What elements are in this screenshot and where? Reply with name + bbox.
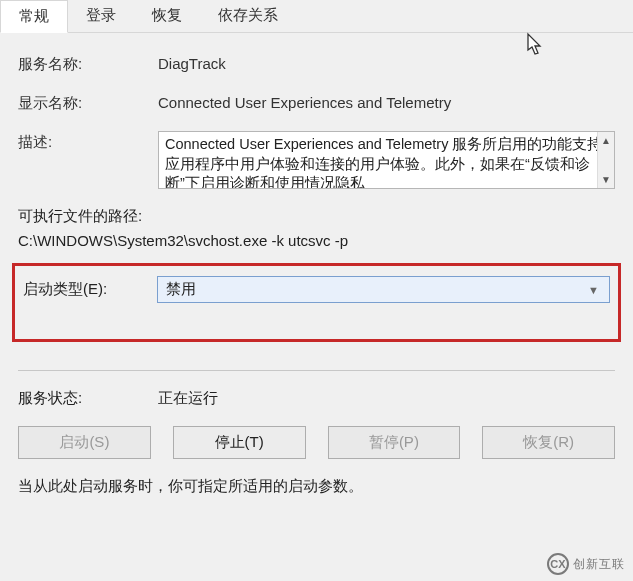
startup-params-hint: 当从此处启动服务时，你可指定所适用的启动参数。 <box>18 477 615 496</box>
watermark-text: 创新互联 <box>573 556 625 573</box>
stop-button[interactable]: 停止(T) <box>173 426 306 459</box>
tab-logon[interactable]: 登录 <box>68 0 134 32</box>
scrollbar[interactable]: ▲ ▼ <box>597 132 614 188</box>
control-button-row: 启动(S) 停止(T) 暂停(P) 恢复(R) <box>18 426 615 459</box>
startup-type-highlight: 启动类型(E): 禁用 ▼ <box>12 263 621 342</box>
properties-panel: 服务名称: DiagTrack 显示名称: Connected User Exp… <box>0 33 633 496</box>
resume-button: 恢复(R) <box>482 426 615 459</box>
pause-button: 暂停(P) <box>328 426 461 459</box>
watermark-icon: CX <box>547 553 569 575</box>
scroll-up-icon[interactable]: ▲ <box>601 134 611 148</box>
exe-path-value: C:\WINDOWS\System32\svchost.exe -k utcsv… <box>18 232 615 249</box>
description-textbox[interactable]: Connected User Experiences and Telemetry… <box>158 131 615 189</box>
service-status-label: 服务状态: <box>18 389 158 408</box>
service-name-label: 服务名称: <box>18 53 158 74</box>
start-button: 启动(S) <box>18 426 151 459</box>
chevron-down-icon: ▼ <box>588 284 599 296</box>
description-label: 描述: <box>18 131 158 152</box>
watermark: CX 创新互联 <box>547 553 625 575</box>
tab-bar: 常规 登录 恢复 依存关系 <box>0 0 633 33</box>
display-name-value: Connected User Experiences and Telemetry <box>158 92 615 111</box>
tab-recovery[interactable]: 恢复 <box>134 0 200 32</box>
startup-type-select[interactable]: 禁用 ▼ <box>157 276 610 303</box>
startup-type-label: 启动类型(E): <box>23 280 157 299</box>
separator <box>18 370 615 371</box>
scroll-down-icon[interactable]: ▼ <box>601 173 611 187</box>
exe-path-label: 可执行文件的路径: <box>18 207 615 226</box>
tab-dependencies[interactable]: 依存关系 <box>200 0 296 32</box>
service-status-value: 正在运行 <box>158 389 218 408</box>
service-name-value: DiagTrack <box>158 53 615 72</box>
description-text: Connected User Experiences and Telemetry… <box>165 136 602 189</box>
startup-type-value: 禁用 <box>166 280 196 297</box>
display-name-label: 显示名称: <box>18 92 158 113</box>
tab-general[interactable]: 常规 <box>0 0 68 33</box>
